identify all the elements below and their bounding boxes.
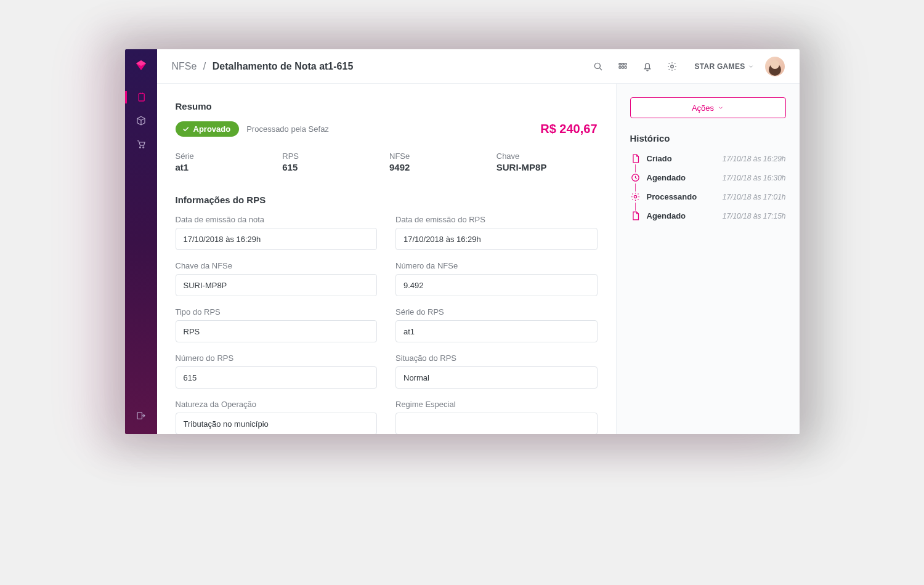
gear-icon[interactable] [661, 55, 683, 78]
svg-point-13 [634, 195, 636, 198]
actions-button[interactable]: Ações [630, 97, 786, 118]
timeline-label: Criado [647, 154, 672, 163]
main: NFSe / Detalhamento de Nota at1-615 STAR… [157, 49, 800, 434]
breadcrumb-sep: / [203, 61, 206, 71]
chave-nfse-input[interactable] [176, 274, 378, 296]
field-tipo-rps: Tipo do RPS [176, 307, 378, 342]
timeline-item: Criado 17/10/18 às 16:29h [630, 153, 786, 172]
chevron-down-icon [718, 105, 724, 111]
field-label: Data de emissão do RPS [395, 215, 598, 224]
serie-rps-input[interactable] [395, 320, 598, 342]
bell-icon[interactable] [636, 55, 659, 78]
svg-rect-7 [625, 63, 626, 65]
amount: R$ 240,67 [540, 122, 597, 136]
field-label: Natureza da Operação [176, 400, 378, 409]
form-grid: Data de emissão da nota Data de emissão … [176, 215, 598, 434]
summary-label: RPS [282, 151, 383, 161]
timeline-label: Agendado [647, 173, 686, 182]
field-label: Chave da NFSe [176, 261, 378, 270]
numero-rps-input[interactable] [176, 366, 378, 389]
summary-value: SURI-MP8P [496, 162, 598, 172]
file-icon [630, 153, 641, 164]
historico-title: Histórico [630, 133, 786, 143]
breadcrumb-root[interactable]: NFSe [172, 61, 197, 71]
svg-rect-0 [139, 94, 144, 101]
summary-grid: Série at1 RPS 615 NFSe 9492 Chave SURI-M… [176, 151, 598, 172]
body: Resumo Aprovado Processado pela Sefaz R$… [157, 84, 800, 434]
timeline: Criado 17/10/18 às 16:29h Agendado 17/10… [630, 153, 786, 230]
status-text: Processado pela Sefaz [246, 124, 329, 134]
summary-label: Série [176, 151, 277, 161]
field-label: Situação do RPS [395, 353, 598, 363]
summary-value: 9492 [389, 162, 490, 172]
timeline-time: 17/10/18 às 16:30h [723, 174, 786, 182]
field-label: Número do RPS [176, 353, 378, 363]
sidebar-item-cart[interactable] [131, 134, 151, 154]
timeline-time: 17/10/18 às 16:29h [723, 155, 786, 163]
user-menu[interactable]: STAR GAMES [694, 62, 753, 71]
timeline-time: 17/10/18 às 17:01h [723, 193, 786, 201]
content: Resumo Aprovado Processado pela Sefaz R$… [157, 84, 616, 434]
field-natureza: Natureza da Operação [176, 400, 378, 434]
field-numero-rps: Número do RPS [176, 353, 378, 389]
natureza-input[interactable] [176, 413, 378, 434]
user-label: STAR GAMES [694, 62, 745, 71]
timeline-item: Agendado 17/10/18 às 16:30h [630, 172, 786, 192]
situacao-rps-input[interactable] [395, 366, 598, 389]
svg-rect-3 [137, 413, 142, 419]
summary-value: 615 [282, 162, 383, 172]
avatar[interactable] [765, 57, 785, 76]
summary-value: at1 [176, 162, 277, 172]
svg-point-11 [671, 65, 674, 68]
file-icon [630, 211, 641, 221]
field-emissao-rps: Data de emissão do RPS [395, 215, 598, 250]
check-icon [182, 125, 190, 133]
field-chave-nfse: Chave da NFSe [176, 261, 378, 296]
summary-nfse: NFSe 9492 [389, 151, 490, 172]
sidebar [125, 49, 157, 434]
svg-rect-8 [619, 67, 621, 68]
numero-nfse-input[interactable] [395, 274, 598, 296]
field-serie-rps: Série do RPS [395, 307, 598, 342]
timeline-item: Processando 17/10/18 às 17:01h [630, 192, 786, 211]
emissao-rps-input[interactable] [395, 228, 598, 250]
emissao-nota-input[interactable] [176, 228, 378, 250]
timeline-label: Agendado [647, 211, 686, 220]
summary-label: Chave [496, 151, 598, 161]
timeline-label: Processando [647, 192, 697, 201]
search-icon[interactable] [587, 55, 609, 78]
chevron-down-icon [748, 63, 754, 70]
svg-point-1 [139, 147, 140, 148]
actions-label: Ações [692, 103, 714, 113]
summary-rps: RPS 615 [282, 151, 383, 172]
regime-input[interactable] [395, 413, 598, 434]
svg-rect-5 [619, 63, 621, 65]
summary-chave: Chave SURI-MP8P [496, 151, 598, 172]
field-label: Tipo do RPS [176, 307, 378, 317]
right-panel: Ações Histórico Criado 17/10/18 às 16:29… [616, 84, 800, 434]
apps-icon[interactable] [612, 55, 634, 78]
gear-icon [630, 192, 641, 202]
field-emissao-nota: Data de emissão da nota [176, 215, 378, 250]
sidebar-item-package[interactable] [131, 111, 151, 131]
breadcrumb: NFSe / Detalhamento de Nota at1-615 [172, 61, 354, 72]
field-regime: Regime Especial [395, 400, 598, 434]
sidebar-item-docs[interactable] [131, 87, 151, 107]
svg-point-4 [595, 63, 601, 68]
svg-rect-10 [625, 67, 626, 68]
svg-rect-6 [622, 63, 624, 65]
field-situacao-rps: Situação do RPS [395, 353, 598, 389]
rps-info-title: Informações do RPS [176, 195, 598, 205]
status-badge-label: Aprovado [193, 124, 231, 134]
field-label: Regime Especial [395, 400, 598, 409]
sidebar-item-logout[interactable] [131, 406, 151, 426]
logo [134, 58, 148, 73]
summary-serie: Série at1 [176, 151, 277, 172]
topbar: NFSe / Detalhamento de Nota at1-615 STAR… [157, 49, 800, 84]
field-label: Número da NFSe [395, 261, 598, 270]
field-label: Série do RPS [395, 307, 598, 317]
status-row: Aprovado Processado pela Sefaz R$ 240,67 [176, 121, 598, 137]
clock-icon [630, 172, 641, 183]
app-window: NFSe / Detalhamento de Nota at1-615 STAR… [125, 49, 800, 434]
tipo-rps-input[interactable] [176, 320, 378, 342]
